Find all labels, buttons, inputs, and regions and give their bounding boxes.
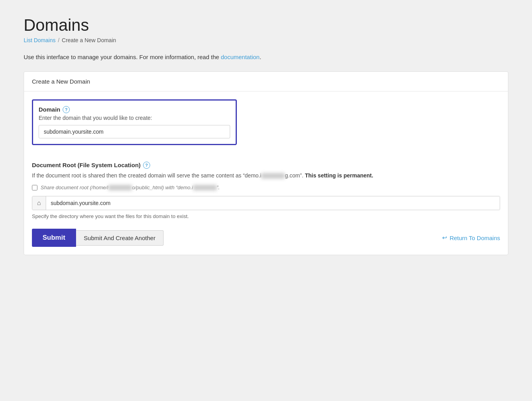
card-body: Domain ? Enter the domain that you would… bbox=[24, 91, 508, 255]
docroot-input[interactable] bbox=[46, 196, 500, 210]
blurred-text-3 bbox=[193, 185, 217, 190]
submit-buttons: Submit Submit And Create Another bbox=[32, 229, 164, 247]
blurred-text-1 bbox=[261, 173, 285, 179]
return-to-domains-link[interactable]: ↩ Return To Domains bbox=[442, 234, 500, 241]
create-domain-card: Create a New Domain Domain ? Enter the d… bbox=[24, 71, 508, 256]
document-root-description: If the document root is shared then the … bbox=[32, 171, 500, 180]
breadcrumb-separator: / bbox=[58, 37, 60, 43]
card-header: Create a New Domain bbox=[24, 72, 508, 91]
domain-field-group: Domain ? Enter the domain that you would… bbox=[32, 99, 237, 145]
breadcrumb: List Domains / Create a New Domain bbox=[24, 37, 508, 43]
home-icon: ⌂ bbox=[32, 196, 46, 210]
document-root-help-icon[interactable]: ? bbox=[143, 162, 150, 169]
domain-description: Enter the domain that you would like to … bbox=[39, 115, 230, 121]
domain-help-icon[interactable]: ? bbox=[63, 106, 70, 113]
docroot-input-wrapper: ⌂ bbox=[32, 196, 500, 210]
page-title: Domains bbox=[24, 16, 508, 35]
share-docroot-label: Share document root (/home/i o/public_ht… bbox=[41, 185, 220, 191]
share-docroot-checkbox[interactable] bbox=[32, 185, 37, 190]
document-root-section: Document Root (File System Location) ? I… bbox=[32, 162, 500, 220]
domain-label: Domain ? bbox=[39, 106, 230, 113]
share-docroot-row: Share document root (/home/i o/public_ht… bbox=[32, 185, 500, 191]
blurred-text-2 bbox=[108, 185, 132, 190]
return-arrow-icon: ↩ bbox=[442, 234, 447, 241]
breadcrumb-list-domains[interactable]: List Domains bbox=[24, 37, 56, 43]
document-root-label: Document Root (File System Location) ? bbox=[32, 162, 500, 169]
documentation-link[interactable]: documentation bbox=[221, 54, 259, 60]
submit-another-button[interactable]: Submit And Create Another bbox=[76, 230, 164, 246]
submit-button[interactable]: Submit bbox=[32, 229, 76, 247]
docroot-helper: Specify the directory where you want the… bbox=[32, 213, 500, 219]
page-description: Use this interface to manage your domain… bbox=[24, 53, 508, 62]
breadcrumb-current: Create a New Domain bbox=[62, 37, 116, 43]
domain-input[interactable] bbox=[39, 125, 230, 138]
button-row: Submit Submit And Create Another ↩ Retur… bbox=[32, 229, 500, 247]
